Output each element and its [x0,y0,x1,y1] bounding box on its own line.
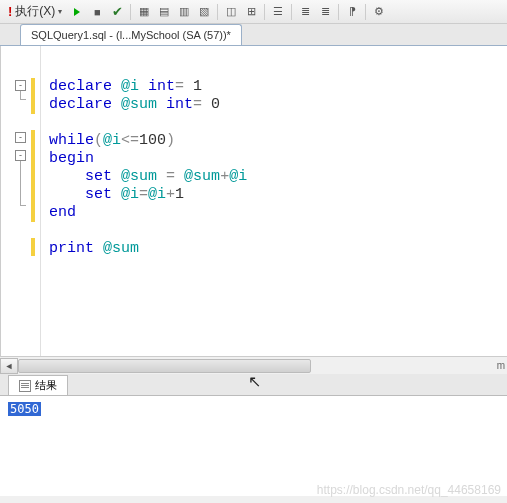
collapse-toggle[interactable]: - [15,132,26,143]
execute-button[interactable]: ! 执行(X) ▾ [4,1,66,22]
results-icon [19,380,31,392]
scroll-indicator: m [497,360,505,371]
separator [291,4,292,20]
results-tab-label: 结果 [35,378,57,393]
tab-title: SQLQuery1.sql - (l...MySchool (SA (57))* [31,29,231,41]
separator [217,4,218,20]
code-editor[interactable]: - - - declare @i int= 1 declare @sum int… [0,46,507,356]
fold-end [20,205,26,206]
file-tab[interactable]: SQLQuery1.sql - (l...MySchool (SA (57))* [20,24,242,45]
check-icon: ✔ [112,4,123,19]
separator [130,4,131,20]
pane-button-1[interactable]: ◫ [222,3,240,21]
scroll-left-button[interactable]: ◄ [0,358,18,374]
change-marker [31,238,35,256]
fold-line [20,91,21,99]
results-tab-bar: 结果 [0,374,507,396]
grid-button-2[interactable]: ▤ [155,3,173,21]
list-button[interactable]: ☰ [269,3,287,21]
grid-button-3[interactable]: ▥ [175,3,193,21]
execute-icon: ! [8,4,12,19]
change-marker [31,78,35,114]
separator [264,4,265,20]
options-button[interactable]: ⚙ [370,3,388,21]
separator [338,4,339,20]
execute-label: 执行(X) [15,3,55,20]
stop-button[interactable]: ■ [88,3,106,21]
parse-button[interactable]: ✔ [108,3,126,21]
dropdown-icon: ▾ [58,7,62,16]
indent-left-button[interactable]: ≣ [296,3,314,21]
toolbar: ! 执行(X) ▾ ■ ✔ ▦ ▤ ▥ ▧ ◫ ⊞ ☰ ≣ ≣ ⁋ ⚙ [0,0,507,24]
fold-line [20,161,21,205]
comment-button[interactable]: ⁋ [343,3,361,21]
gutter: - - - [1,46,41,356]
play-icon [74,8,80,16]
result-output[interactable]: 5050 [8,402,41,416]
separator [365,4,366,20]
code-content: declare @i int= 1 declare @sum int= 0 wh… [41,46,255,356]
horizontal-scrollbar[interactable]: ◄ m [0,356,507,374]
watermark: https://blog.csdn.net/qq_44658169 [317,483,501,497]
results-tab[interactable]: 结果 [8,375,68,395]
grid-button-4[interactable]: ▧ [195,3,213,21]
grid-button-1[interactable]: ▦ [135,3,153,21]
fold-end [20,99,26,100]
pane-button-2[interactable]: ⊞ [242,3,260,21]
results-pane: 5050 [0,396,507,496]
indent-right-button[interactable]: ≣ [316,3,334,21]
collapse-toggle[interactable]: - [15,150,26,161]
debug-button[interactable] [68,3,86,21]
scroll-thumb[interactable] [18,359,311,373]
collapse-toggle[interactable]: - [15,80,26,91]
scroll-track[interactable]: m [18,358,507,374]
change-marker [31,130,35,222]
tab-bar: SQLQuery1.sql - (l...MySchool (SA (57))* [0,24,507,46]
